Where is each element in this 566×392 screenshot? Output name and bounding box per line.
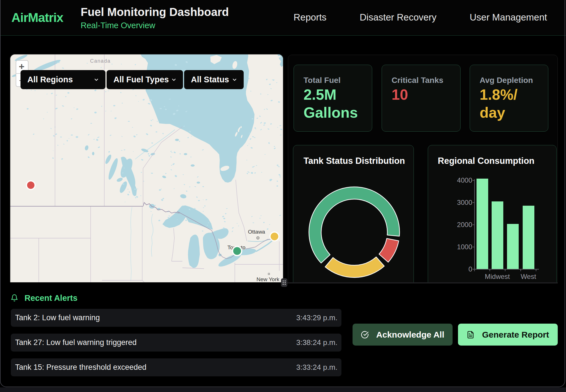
svg-text:Midwest: Midwest [485, 273, 510, 280]
svg-text:West: West [521, 273, 536, 280]
svg-text:1000: 1000 [457, 243, 472, 251]
svg-text:2000: 2000 [457, 221, 472, 228]
svg-text:3000: 3000 [457, 199, 472, 206]
svg-text:0: 0 [469, 265, 472, 273]
svg-text:Ottawa: Ottawa [248, 229, 265, 235]
svg-text:Canada: Canada [90, 58, 111, 64]
svg-text:4000: 4000 [457, 176, 472, 184]
svg-text:New York: New York [256, 276, 280, 282]
